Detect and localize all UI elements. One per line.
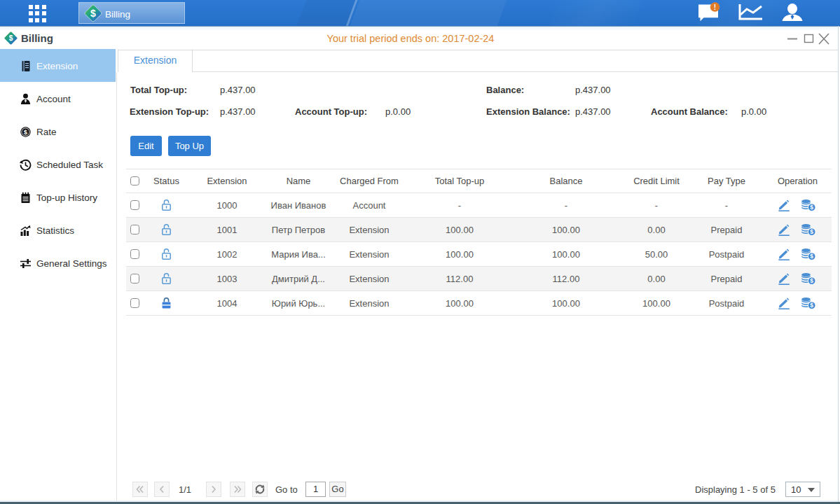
- svg-text:$: $: [90, 8, 96, 19]
- svg-text:$: $: [24, 128, 28, 136]
- svg-text:!: !: [714, 4, 716, 11]
